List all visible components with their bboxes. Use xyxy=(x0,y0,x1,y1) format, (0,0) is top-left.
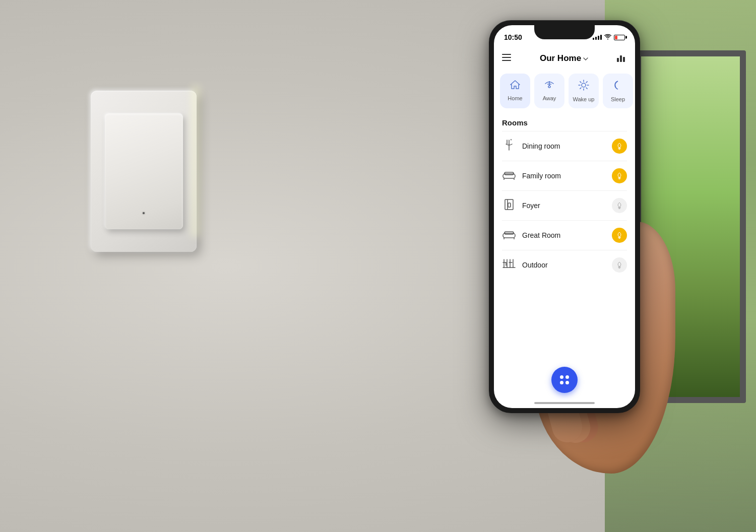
room-item-dining[interactable]: Dining room xyxy=(494,131,635,161)
dining-room-name: Dining room xyxy=(522,142,560,150)
outdoor-room-name: Outdoor xyxy=(522,261,548,269)
svg-line-15 xyxy=(580,88,581,89)
svg-rect-0 xyxy=(502,54,511,55)
room-left-foyer: Foyer xyxy=(502,198,540,213)
family-room-icon xyxy=(502,170,516,182)
switch-plate xyxy=(91,91,197,252)
status-time: 10:50 xyxy=(504,33,522,41)
chart-icon[interactable] xyxy=(617,53,627,64)
great-room-icon xyxy=(502,229,516,242)
room-item-family[interactable]: Family room xyxy=(494,161,635,190)
room-item-great[interactable]: Great Room xyxy=(494,221,635,250)
chevron-down-icon xyxy=(583,56,588,61)
svg-rect-5 xyxy=(623,57,625,62)
svg-line-12 xyxy=(580,82,581,83)
foyer-light-badge[interactable] xyxy=(612,198,627,213)
dining-light-badge[interactable] xyxy=(612,139,627,154)
away-mode-icon xyxy=(544,80,555,92)
family-light-badge[interactable] xyxy=(612,168,627,183)
foyer-room-name: Foyer xyxy=(522,202,540,210)
family-room-info: Family room xyxy=(522,172,561,180)
svg-rect-3 xyxy=(617,58,619,62)
switch-glow xyxy=(191,86,201,237)
svg-line-13 xyxy=(586,88,587,89)
home-title-text: Our Home xyxy=(540,53,581,63)
fab-dot-1 xyxy=(560,375,563,379)
dining-room-icon xyxy=(502,139,516,154)
signal-bars-icon xyxy=(593,35,602,40)
rooms-heading: Rooms xyxy=(494,112,635,131)
fab-dots xyxy=(560,375,569,384)
signal-bar-1 xyxy=(593,38,594,40)
great-light-badge[interactable] xyxy=(612,228,627,243)
room-left-outdoor: Outdoor xyxy=(502,258,548,272)
outdoor-light-badge[interactable] xyxy=(612,257,627,273)
away-mode-label: Away xyxy=(543,95,556,101)
room-left-dining: Dining room xyxy=(502,139,560,154)
room-left-family: Family room xyxy=(502,170,561,182)
signal-bar-3 xyxy=(598,36,599,40)
great-room-name: Great Room xyxy=(522,231,560,239)
outdoor-room-info: Outdoor xyxy=(522,261,548,269)
svg-rect-1 xyxy=(502,57,511,58)
mode-card-wakeup[interactable]: Wake up xyxy=(569,74,599,108)
home-mode-icon xyxy=(510,80,521,92)
menu-icon[interactable] xyxy=(502,54,511,63)
room-item-foyer[interactable]: Foyer xyxy=(494,191,635,220)
sleep-mode-label: Sleep xyxy=(611,96,625,102)
phone-screen: 10:50 xyxy=(494,25,635,408)
foyer-room-icon xyxy=(502,198,516,213)
mode-card-away[interactable]: Away xyxy=(534,74,564,108)
phone: 10:50 xyxy=(489,20,645,433)
room-left-great: Great Room xyxy=(502,229,560,242)
fab-dot-3 xyxy=(560,381,563,384)
svg-line-14 xyxy=(586,82,587,83)
fab-button[interactable] xyxy=(551,367,578,393)
phone-notch xyxy=(534,25,595,39)
switch-paddle xyxy=(105,113,183,229)
room-item-outdoor[interactable]: Outdoor xyxy=(494,250,635,280)
phone-frame: 10:50 xyxy=(489,20,640,413)
home-mode-label: Home xyxy=(508,95,522,101)
dining-room-info: Dining room xyxy=(522,142,560,150)
great-room-info: Great Room xyxy=(522,231,560,239)
signal-bar-2 xyxy=(595,37,597,40)
family-room-name: Family room xyxy=(522,172,561,180)
mode-card-sleep[interactable]: Sleep xyxy=(603,74,633,108)
app-header: Our Home xyxy=(494,47,635,70)
wakeup-mode-icon xyxy=(578,80,589,93)
home-title[interactable]: Our Home xyxy=(540,53,588,63)
svg-point-6 xyxy=(548,86,550,88)
svg-point-7 xyxy=(582,83,586,87)
light-switch[interactable] xyxy=(91,91,202,262)
sleep-mode-icon xyxy=(613,80,623,93)
home-indicator xyxy=(534,402,595,404)
svg-point-30 xyxy=(510,205,511,206)
wifi-icon xyxy=(604,34,611,41)
wakeup-mode-label: Wake up xyxy=(573,96,594,102)
foyer-room-info: Foyer xyxy=(522,202,540,210)
mode-cards: Home Away xyxy=(494,70,635,112)
battery-fill xyxy=(615,36,617,39)
fab-dot-2 xyxy=(565,375,569,379)
signal-bar-4 xyxy=(600,35,602,40)
svg-rect-2 xyxy=(502,60,511,61)
fab-dot-4 xyxy=(565,381,569,384)
status-icons xyxy=(593,34,625,41)
mode-card-home[interactable]: Home xyxy=(500,74,530,108)
battery-icon xyxy=(614,35,625,40)
svg-rect-28 xyxy=(505,200,513,210)
outdoor-room-icon xyxy=(502,258,516,272)
svg-rect-4 xyxy=(620,55,622,62)
